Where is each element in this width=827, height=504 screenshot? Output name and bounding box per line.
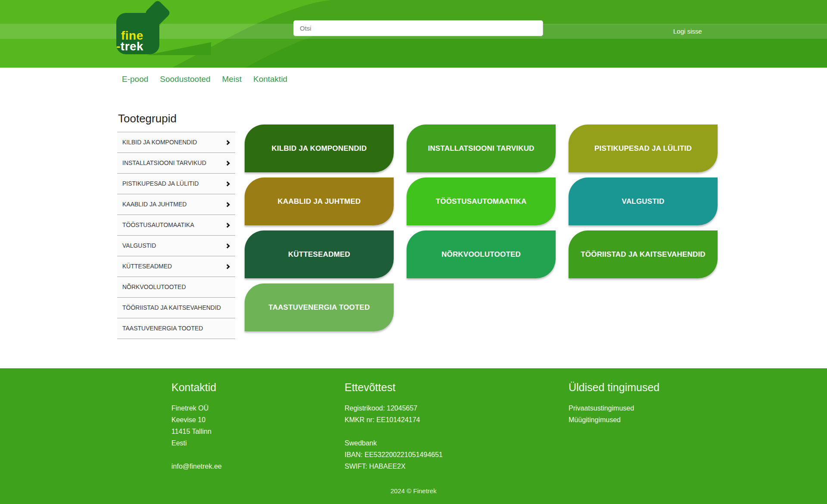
category-tile-toostusautomaatika[interactable]: TÖÖSTUSAUTOMAATIKA <box>407 177 556 225</box>
tile-label: INSTALLATSIOONI TARVIKUD <box>428 144 534 153</box>
category-tile-norkvoolutooted[interactable]: NÕRKVOOLUTOOTED <box>407 230 556 278</box>
footer-contact-column: Kontaktid Finetrek OÜ Keevise 10 11415 T… <box>171 381 222 472</box>
company-vat-number: KMKR nr: EE101424174 <box>345 414 443 426</box>
contact-email-link[interactable]: info@finetrek.ee <box>171 460 222 472</box>
category-tile-installatsiooni[interactable]: INSTALLATSIOONI TARVIKUD <box>407 124 556 172</box>
footer-terms-title: Üldised tingimused <box>569 381 659 394</box>
sales-terms-link[interactable]: Müügitingimused <box>569 414 659 426</box>
chevron-right-icon <box>225 264 230 269</box>
chevron-right-icon <box>225 181 230 186</box>
search-input[interactable] <box>293 20 543 36</box>
logo-word-trek: trek <box>121 40 143 53</box>
category-tile-pistikupesad[interactable]: PISTIKUPESAD JA LÜLITID <box>569 124 718 172</box>
category-tiles-grid: KILBID JA KOMPONENDID INSTALLATSIOONI TA… <box>245 124 718 331</box>
chevron-right-icon <box>225 140 230 145</box>
contact-city: 11415 Tallinn <box>171 426 222 437</box>
category-tile-taastuvenergia[interactable]: TAASTUVENERGIA TOOTED <box>245 283 394 331</box>
sidebar-item-taastuvenergia[interactable]: TAASTUVENERGIA TOOTED <box>117 318 235 339</box>
nav-item-soodustooted[interactable]: Soodustooted <box>160 75 210 84</box>
main-nav: E-pood Soodustooted Meist Kontaktid <box>0 68 827 90</box>
tile-label: KILBID JA KOMPONENDID <box>272 144 367 153</box>
search-bar <box>293 20 543 36</box>
sidebar-item-kutteseadmed[interactable]: KÜTTESEADMED <box>117 256 235 277</box>
main-content: Tootegrupid KILBID JA KOMPONENDID INSTAL… <box>0 90 827 368</box>
logo-text: fine -trek <box>121 30 144 52</box>
tile-label: KAABLID JA JUHTMED <box>278 197 361 206</box>
sidebar-item-label: INSTALLATSIOONI TARVIKUD <box>122 159 206 168</box>
tile-label: TAASTUVENERGIA TOOTED <box>268 303 370 312</box>
sidebar-item-tooriistad[interactable]: TÖÖRIISTAD JA KAITSEVAHENDID <box>117 297 235 318</box>
sidebar-item-norkvoolutooted[interactable]: NÕRKVOOLUTOOTED <box>117 277 235 297</box>
sidebar-item-label: TÖÖRIISTAD JA KAITSEVAHENDID <box>122 303 221 312</box>
tile-label: KÜTTESEADMED <box>288 250 350 259</box>
copyright-text: 2024 © Finetrek <box>0 487 827 495</box>
nav-item-epood[interactable]: E-pood <box>122 75 148 84</box>
company-iban: IBAN: EE532200221051494651 <box>345 449 443 460</box>
chevron-right-icon <box>225 223 230 227</box>
contact-street: Keevise 10 <box>171 414 222 426</box>
spacer <box>345 426 443 437</box>
tile-label: PISTIKUPESAD JA LÜLITID <box>594 144 692 153</box>
site-footer: Kontaktid Finetrek OÜ Keevise 10 11415 T… <box>0 368 827 504</box>
tile-label: TÖÖRIISTAD JA KAITSEVAHENDID <box>581 250 706 259</box>
login-link[interactable]: Logi sisse <box>673 28 702 35</box>
chevron-right-icon <box>225 202 230 207</box>
tile-label: NÕRKVOOLUTOOTED <box>441 250 521 259</box>
product-groups-sidebar: KILBID JA KOMPONENDID INSTALLATSIOONI TA… <box>117 132 235 339</box>
site-header: fine -trek Logi sisse <box>0 0 827 68</box>
chevron-right-icon <box>225 161 230 165</box>
nav-item-kontaktid[interactable]: Kontaktid <box>253 75 287 84</box>
category-tile-kutteseadmed[interactable]: KÜTTESEADMED <box>245 230 394 278</box>
footer-company-title: Ettevõttest <box>345 381 443 394</box>
footer-contact-title: Kontaktid <box>171 381 222 394</box>
sidebar-item-label: KAABLID JA JUHTMED <box>122 200 187 209</box>
contact-country: Eesti <box>171 437 222 449</box>
tile-label: VALGUSTID <box>622 197 665 206</box>
logo-dash: - <box>116 40 121 53</box>
sidebar-item-valgustid[interactable]: VALGUSTID <box>117 235 235 256</box>
contact-company: Finetrek OÜ <box>171 402 222 414</box>
category-tile-kilbid[interactable]: KILBID JA KOMPONENDID <box>245 124 394 172</box>
company-registry-code: Registrikood: 12045657 <box>345 402 443 414</box>
category-tile-tooriistad[interactable]: TÖÖRIISTAD JA KAITSEVAHENDID <box>569 230 718 278</box>
spacer <box>171 449 222 460</box>
company-bank-name: Swedbank <box>345 437 443 449</box>
sidebar-item-label: PISTIKUPESAD JA LÜLITID <box>122 179 199 188</box>
sidebar-item-label: TÖÖSTUSAUTOMAATIKA <box>122 221 194 230</box>
finetrek-logo[interactable]: fine -trek <box>116 12 172 55</box>
sidebar-item-label: KILBID JA KOMPONENDID <box>122 138 197 147</box>
chevron-right-icon <box>225 243 230 248</box>
sidebar-item-pistikupesad[interactable]: PISTIKUPESAD JA LÜLITID <box>117 173 235 194</box>
footer-terms-column: Üldised tingimused Privaatsustingimused … <box>569 381 659 426</box>
sidebar-item-label: VALGUSTID <box>122 241 156 250</box>
category-tile-valgustid[interactable]: VALGUSTID <box>569 177 718 225</box>
sidebar-item-kilbid[interactable]: KILBID JA KOMPONENDID <box>117 132 235 152</box>
nav-item-meist[interactable]: Meist <box>222 75 242 84</box>
sidebar-item-toostusautomaatika[interactable]: TÖÖSTUSAUTOMAATIKA <box>117 215 235 235</box>
sidebar-item-installatsiooni[interactable]: INSTALLATSIOONI TARVIKUD <box>117 152 235 173</box>
sidebar-item-label: NÕRKVOOLUTOOTED <box>122 283 186 292</box>
company-swift: SWIFT: HABAEE2X <box>345 460 443 472</box>
footer-company-column: Ettevõttest Registrikood: 12045657 KMKR … <box>345 381 443 472</box>
page-title: Tootegrupid <box>118 112 177 125</box>
privacy-terms-link[interactable]: Privaatsustingimused <box>569 402 659 414</box>
tile-label: TÖÖSTUSAUTOMAATIKA <box>436 197 527 206</box>
category-tile-kaablid[interactable]: KAABLID JA JUHTMED <box>245 177 394 225</box>
sidebar-item-kaablid[interactable]: KAABLID JA JUHTMED <box>117 194 235 215</box>
sidebar-item-label: TAASTUVENERGIA TOOTED <box>122 324 203 333</box>
sidebar-item-label: KÜTTESEADMED <box>122 262 172 271</box>
